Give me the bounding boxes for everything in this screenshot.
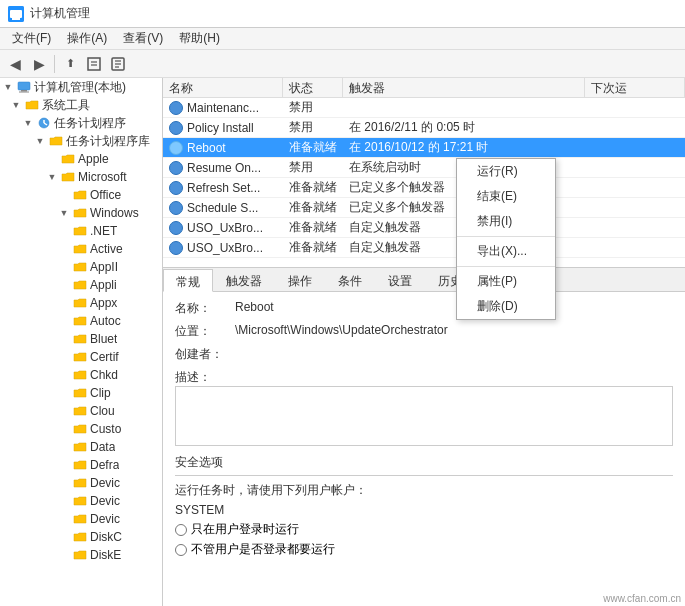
- security-divider: [175, 475, 673, 476]
- tree-label-devic2: Devic: [88, 494, 120, 508]
- task-cell-status-4: 准备就绪: [283, 177, 343, 198]
- radio-option-1: 只在用户登录时运行: [175, 521, 673, 538]
- task-icon-0: [169, 101, 183, 115]
- tree-item-office[interactable]: Office: [0, 186, 162, 204]
- tree-item-task-scheduler-lib[interactable]: ▼ 任务计划程序库: [0, 132, 162, 150]
- task-row-selected[interactable]: Reboot 准备就绪 在 2016/10/12 的 17:21 时: [163, 138, 685, 158]
- task-row[interactable]: Schedule S... 准备就绪 已定义多个触发器: [163, 198, 685, 218]
- toggle-office: [56, 187, 72, 203]
- task-cell-next-1: [585, 126, 685, 130]
- toggle-microsoft[interactable]: ▼: [44, 169, 60, 185]
- tree-item-data[interactable]: Data: [0, 438, 162, 456]
- tree-item-windows[interactable]: ▼ Windows: [0, 204, 162, 222]
- task-row[interactable]: Resume On... 禁用 在系统启动时: [163, 158, 685, 178]
- tree-label-devic1: Devic: [88, 476, 120, 490]
- toggle-task-scheduler[interactable]: ▼: [20, 115, 36, 131]
- menu-action[interactable]: 操作(A): [59, 28, 115, 49]
- toggle-task-scheduler-lib[interactable]: ▼: [32, 133, 48, 149]
- tree-item-certif[interactable]: Certif: [0, 348, 162, 366]
- folder-defra-icon: [72, 457, 88, 473]
- tree-item-apple[interactable]: Apple: [0, 150, 162, 168]
- tree-item-computer-mgmt[interactable]: ▼ 计算机管理(本地): [0, 78, 162, 96]
- context-menu-export[interactable]: 导出(X)...: [457, 239, 555, 264]
- tree-item-system-tools[interactable]: ▼ 系统工具: [0, 96, 162, 114]
- up-button[interactable]: ⬆: [59, 53, 81, 75]
- tab-general[interactable]: 常规: [163, 269, 213, 292]
- radio-always[interactable]: [175, 544, 187, 556]
- folder-tools-icon: [24, 97, 40, 113]
- col-header-name[interactable]: 名称: [163, 78, 283, 97]
- tree-item-autoc[interactable]: Autoc: [0, 312, 162, 330]
- radio-login-only[interactable]: [175, 524, 187, 536]
- toggle-windows[interactable]: ▼: [56, 205, 72, 221]
- col-header-trigger[interactable]: 触发器: [343, 78, 585, 97]
- radio-option-2: 不管用户是否登录都要运行: [175, 541, 673, 558]
- context-menu-sep-2: [457, 266, 555, 267]
- task-cell-status-0: 禁用: [283, 98, 343, 118]
- tree-item-active[interactable]: Active: [0, 240, 162, 258]
- tree-item-appli2[interactable]: Appli: [0, 276, 162, 294]
- col-header-status[interactable]: 状态: [283, 78, 343, 97]
- properties-button[interactable]: [107, 53, 129, 75]
- tree-item-appxx[interactable]: Appx: [0, 294, 162, 312]
- folder-devic2-icon: [72, 493, 88, 509]
- task-cell-status-7: 准备就绪: [283, 237, 343, 258]
- tab-triggers[interactable]: 触发器: [213, 268, 275, 291]
- tree-label-office: Office: [88, 188, 121, 202]
- description-textarea[interactable]: [175, 386, 673, 446]
- tree-item-defra[interactable]: Defra: [0, 456, 162, 474]
- task-row[interactable]: USO_UxBro... 准备就绪 自定义触发器: [163, 238, 685, 258]
- tree-item-appli1[interactable]: AppII: [0, 258, 162, 276]
- task-row[interactable]: Maintenanc... 禁用: [163, 98, 685, 118]
- detail-panel: 常规 触发器 操作 条件 设置 历史记录(已禁用) 名称： Reboot 位置：…: [163, 268, 685, 606]
- tree-item-devic1[interactable]: Devic: [0, 474, 162, 492]
- tab-conditions[interactable]: 条件: [325, 268, 375, 291]
- task-row[interactable]: Refresh Set... 准备就绪 已定义多个触发器: [163, 178, 685, 198]
- tree-item-devic2[interactable]: Devic: [0, 492, 162, 510]
- tree-item-clip[interactable]: Clip: [0, 384, 162, 402]
- tree-label-diskc: DiskC: [88, 530, 122, 544]
- context-menu-run[interactable]: 运行(R): [457, 159, 555, 184]
- task-row[interactable]: Policy Install 禁用 在 2016/2/11 的 0:05 时: [163, 118, 685, 138]
- context-menu-sep: [457, 236, 555, 237]
- detail-label-name: 名称：: [175, 300, 235, 317]
- toggle-system-tools[interactable]: ▼: [8, 97, 24, 113]
- tree-item-diskc[interactable]: DiskC: [0, 528, 162, 546]
- action-button[interactable]: [83, 53, 105, 75]
- tree-label-apple: Apple: [76, 152, 109, 166]
- task-rows[interactable]: Maintenanc... 禁用 Policy Install 禁用 在 201…: [163, 98, 685, 267]
- task-icon-4: [169, 181, 183, 195]
- tree-item-cloud[interactable]: Clou: [0, 402, 162, 420]
- forward-button[interactable]: ▶: [28, 53, 50, 75]
- tree-item-custo[interactable]: Custo: [0, 420, 162, 438]
- tree-item-devic3[interactable]: Devic: [0, 510, 162, 528]
- tree-label-chkd: Chkd: [88, 368, 118, 382]
- task-row[interactable]: USO_UxBro... 准备就绪 自定义触发器: [163, 218, 685, 238]
- tree-item-microsoft[interactable]: ▼ Microsoft: [0, 168, 162, 186]
- tree-label-dotnet: .NET: [88, 224, 117, 238]
- tree-label-data: Data: [88, 440, 115, 454]
- tab-settings[interactable]: 设置: [375, 268, 425, 291]
- main-container: ▼ 计算机管理(本地) ▼ 系统工具 ▼: [0, 78, 685, 606]
- svg-rect-2: [12, 18, 20, 20]
- menu-help[interactable]: 帮助(H): [171, 28, 228, 49]
- tree-panel[interactable]: ▼ 计算机管理(本地) ▼ 系统工具 ▼: [0, 78, 163, 606]
- toggle-computer-mgmt[interactable]: ▼: [0, 79, 16, 95]
- context-menu-end[interactable]: 结束(E): [457, 184, 555, 209]
- menu-view[interactable]: 查看(V): [115, 28, 171, 49]
- folder-appx-icon: [72, 295, 88, 311]
- context-menu-disable[interactable]: 禁用(I): [457, 209, 555, 234]
- tab-actions[interactable]: 操作: [275, 268, 325, 291]
- tree-item-dotnet[interactable]: .NET: [0, 222, 162, 240]
- col-header-next[interactable]: 下次运: [585, 78, 685, 97]
- context-menu-properties[interactable]: 属性(P): [457, 269, 555, 294]
- tree-item-task-scheduler[interactable]: ▼ 任务计划程序: [0, 114, 162, 132]
- context-menu-delete[interactable]: 删除(D): [457, 294, 555, 319]
- menu-file[interactable]: 文件(F): [4, 28, 59, 49]
- tree-item-diske[interactable]: DiskE: [0, 546, 162, 564]
- svg-rect-12: [19, 92, 29, 93]
- folder-office-icon: [72, 187, 88, 203]
- tree-item-chkd[interactable]: Chkd: [0, 366, 162, 384]
- back-button[interactable]: ◀: [4, 53, 26, 75]
- tree-item-bluet[interactable]: Bluet: [0, 330, 162, 348]
